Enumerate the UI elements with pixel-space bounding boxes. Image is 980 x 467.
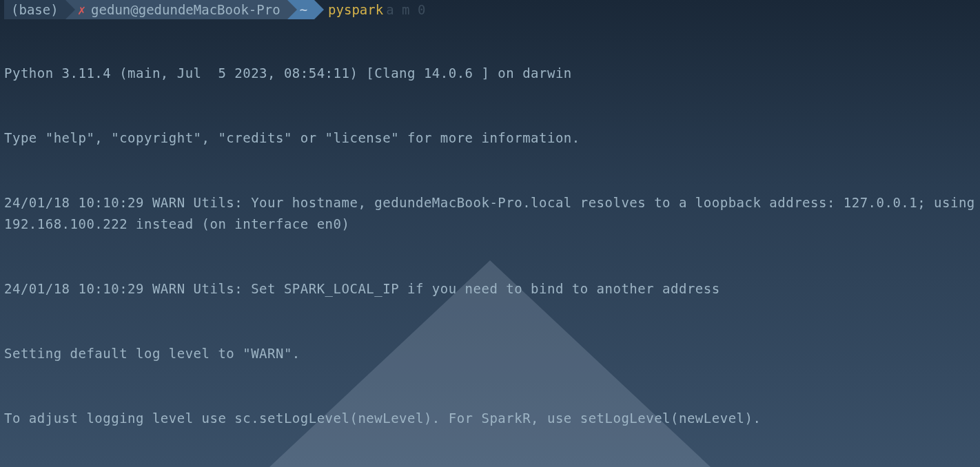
terminal-window[interactable]: (base) ✗ gedun@gedundeMacBook-Pro ~ pysp… — [0, 0, 980, 467]
output-line: 24/01/18 10:10:29 WARN Utils: Set SPARK_… — [4, 278, 976, 300]
prompt-host-segment: ✗ gedun@gedundeMacBook-Pro — [65, 0, 287, 19]
prompt-dir: ~ — [300, 2, 307, 17]
prompt-bar: (base) ✗ gedun@gedundeMacBook-Pro ~ pysp… — [4, 0, 976, 19]
output-line: 24/01/18 10:10:29 WARN Utils: Your hostn… — [4, 192, 976, 236]
output-line: To adjust logging level use sc.setLogLev… — [4, 408, 976, 429]
segment-arrow-icon — [65, 0, 75, 19]
output-line: Setting default log level to "WARN". — [4, 343, 976, 364]
prompt-env: (base) — [11, 2, 59, 17]
output-line: Python 3.11.4 (main, Jul 5 2023, 08:54:1… — [4, 63, 976, 84]
command-text: pyspark — [328, 2, 383, 17]
prompt-env-segment: (base) — [4, 0, 65, 19]
ghost-suggestion: a m 0 — [386, 2, 425, 17]
status-cross-icon: ✗ — [78, 2, 85, 17]
segment-arrow-icon — [314, 0, 324, 19]
segment-arrow-icon — [287, 0, 297, 19]
terminal-output: Python 3.11.4 (main, Jul 5 2023, 08:54:1… — [4, 19, 976, 467]
prompt-user-host: gedun@gedundeMacBook-Pro — [91, 2, 280, 17]
output-line: Type "help", "copyright", "credits" or "… — [4, 127, 976, 149]
